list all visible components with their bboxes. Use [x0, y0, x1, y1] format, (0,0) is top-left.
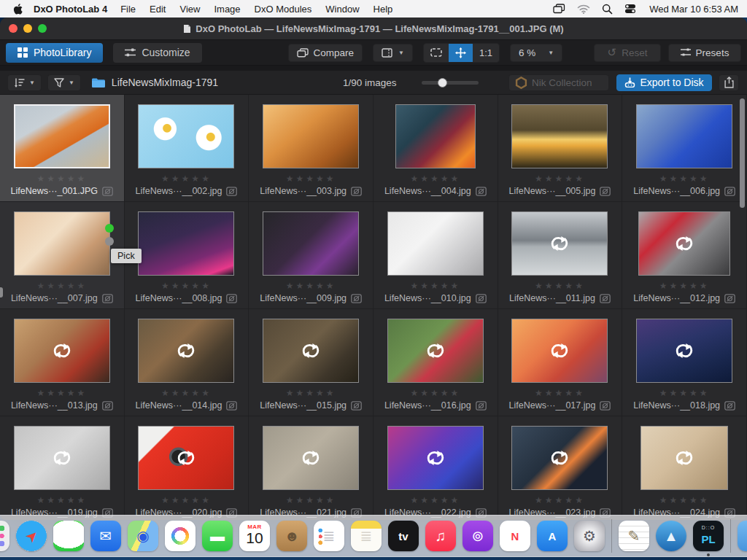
control-center-icon[interactable]	[624, 4, 636, 14]
photo-thumbnail[interactable]	[387, 426, 484, 490]
photo-thumbnail[interactable]	[263, 211, 359, 276]
reject-flag-button[interactable]	[105, 237, 114, 246]
slider-thumb[interactable]	[438, 78, 447, 88]
dock-icon-facetime[interactable]: ▬	[202, 521, 233, 551]
photo-cell[interactable]: ★★★★★LifeNews···__006.jpg	[622, 95, 747, 202]
photo-cell[interactable]: ★★★★★LifeNews···__019.jpg	[0, 416, 125, 519]
menu-item-help[interactable]: Help	[374, 4, 393, 15]
photo-cell[interactable]: ★★★★★LifeNews···__021.jpg	[249, 416, 374, 519]
star-rating[interactable]: ★★★★★	[535, 174, 585, 183]
close-window-button[interactable]	[9, 24, 18, 33]
photo-cell[interactable]: ★★★★★LifeNews···__011.jpg	[498, 202, 623, 309]
photo-thumbnail[interactable]	[263, 104, 359, 168]
photo-thumbnail[interactable]	[14, 104, 110, 168]
dock-icon-maps[interactable]: ◉	[128, 521, 158, 551]
export-to-disk-button[interactable]: Export to Disk	[616, 74, 712, 91]
grid-scrollbar-thumb[interactable]	[740, 98, 745, 208]
thumbnail-size-slider[interactable]	[422, 81, 479, 85]
photo-cell[interactable]: ★★★★★LifeNews···__004.jpg	[374, 95, 498, 202]
filter-button[interactable]: ▼	[47, 74, 81, 91]
zoom-1to1-button[interactable]: 1:1	[473, 44, 499, 62]
star-rating[interactable]: ★★★★★	[161, 389, 212, 397]
menu-item-view[interactable]: View	[179, 4, 200, 15]
photo-thumbnail[interactable]	[138, 426, 234, 490]
photo-cell[interactable]: ★★★★★LifeNews···_001.JPG	[0, 95, 125, 202]
photo-thumbnail[interactable]	[263, 319, 359, 383]
photo-thumbnail[interactable]	[138, 319, 234, 383]
photo-cell[interactable]: ★★★★★LifeNews···__020.jpg	[125, 416, 249, 519]
wifi-icon[interactable]	[577, 4, 590, 14]
star-rating[interactable]: ★★★★★	[659, 174, 710, 183]
photo-cell[interactable]: ★★★★★LifeNews···__015.jpg	[249, 309, 374, 416]
star-rating[interactable]: ★★★★★	[161, 281, 212, 290]
dock-icon-photos[interactable]	[165, 521, 196, 551]
star-rating[interactable]: ★★★★★	[286, 281, 336, 290]
photo-thumbnail[interactable]	[387, 319, 484, 383]
star-rating[interactable]: ★★★★★	[36, 174, 87, 183]
photo-cell[interactable]: ★★★★★LifeNews···__013.jpg	[0, 309, 125, 416]
star-rating[interactable]: ★★★★★	[659, 281, 710, 290]
zoom-window-button[interactable]	[38, 24, 47, 33]
photo-cell[interactable]: Pick★★★★★LifeNews···__007.jpg	[0, 202, 125, 309]
photo-thumbnail[interactable]	[640, 426, 728, 490]
photo-thumbnail[interactable]	[511, 211, 608, 276]
photo-thumbnail[interactable]	[636, 104, 732, 168]
dock-icon-downloads[interactable]: ↓	[738, 521, 747, 551]
menu-item-edit[interactable]: Edit	[150, 4, 166, 15]
zoom-level-dropdown[interactable]: 6 % ▼	[510, 44, 562, 62]
minimize-window-button[interactable]	[23, 24, 32, 33]
photo-cell[interactable]: ★★★★★LifeNews···__009.jpg	[249, 202, 374, 309]
dock-icon-messages[interactable]	[53, 521, 84, 551]
star-rating[interactable]: ★★★★★	[286, 389, 336, 397]
dock-icon-reminders[interactable]: ≣	[314, 521, 344, 551]
dock-icon-dxo[interactable]: ▲	[656, 521, 686, 551]
photo-cell[interactable]: ★★★★★LifeNews···__014.jpg	[125, 309, 249, 416]
photo-cell[interactable]: ★★★★★LifeNews···__017.jpg	[498, 309, 623, 416]
photo-thumbnail[interactable]	[511, 319, 608, 383]
menu-item-dxo-modules[interactable]: DxO Modules	[255, 4, 312, 15]
star-rating[interactable]: ★★★★★	[286, 174, 336, 183]
menu-item-image[interactable]: Image	[214, 4, 240, 15]
photo-cell[interactable]: ★★★★★LifeNews···__023.jpg	[498, 416, 623, 519]
tab-customize[interactable]: Customize	[113, 43, 201, 63]
star-rating[interactable]: ★★★★★	[36, 281, 87, 290]
dock-icon-launchpad[interactable]	[0, 521, 9, 551]
photo-thumbnail[interactable]	[638, 211, 730, 276]
fit-to-screen-button[interactable]	[424, 44, 449, 62]
photo-thumbnail[interactable]	[511, 426, 608, 490]
layout-selector-button[interactable]: ▼	[373, 44, 413, 62]
dock-icon-tv[interactable]: tv	[388, 521, 419, 551]
reset-button[interactable]: ↺ Reset	[594, 44, 661, 62]
left-panel-handle[interactable]	[0, 287, 3, 298]
photo-thumbnail[interactable]	[395, 104, 476, 168]
star-rating[interactable]: ★★★★★	[161, 496, 212, 505]
dock-icon-notes[interactable]: ≣	[351, 521, 382, 551]
displays-icon[interactable]	[553, 4, 565, 14]
dock-icon-textedit[interactable]: ✎	[619, 521, 649, 551]
photo-thumbnail[interactable]	[14, 426, 110, 490]
photo-thumbnail[interactable]	[263, 426, 359, 490]
dock-icon-app-store[interactable]: A	[537, 521, 568, 551]
pick-flag-button[interactable]	[105, 224, 114, 233]
star-rating[interactable]: ★★★★★	[286, 496, 336, 505]
compare-button[interactable]: Compare	[288, 44, 363, 62]
star-rating[interactable]: ★★★★★	[161, 174, 212, 183]
dock-icon-system-preferences[interactable]: ⚙	[574, 521, 605, 551]
nik-collection-button[interactable]: Nik Collection	[508, 74, 609, 91]
menu-app-name[interactable]: DxO PhotoLab 4	[34, 4, 107, 15]
star-rating[interactable]: ★★★★★	[659, 496, 710, 505]
photo-cell[interactable]: ★★★★★LifeNews···__008.jpg	[125, 202, 249, 309]
photo-thumbnail[interactable]	[14, 319, 110, 383]
star-rating[interactable]: ★★★★★	[535, 281, 585, 290]
tab-photolibrary[interactable]: PhotoLibrary	[6, 43, 103, 63]
star-rating[interactable]: ★★★★★	[410, 389, 460, 397]
menu-item-file[interactable]: File	[120, 4, 136, 15]
apple-logo-icon[interactable]	[13, 3, 23, 15]
current-folder-name[interactable]: LifeNewsMixImag-1791	[112, 77, 218, 88]
star-rating[interactable]: ★★★★★	[659, 389, 710, 397]
star-rating[interactable]: ★★★★★	[410, 496, 460, 505]
dock-icon-news[interactable]: N	[500, 521, 530, 551]
dock-icon-music[interactable]: ♫	[425, 521, 456, 551]
star-rating[interactable]: ★★★★★	[535, 496, 585, 505]
star-rating[interactable]: ★★★★★	[535, 389, 585, 397]
